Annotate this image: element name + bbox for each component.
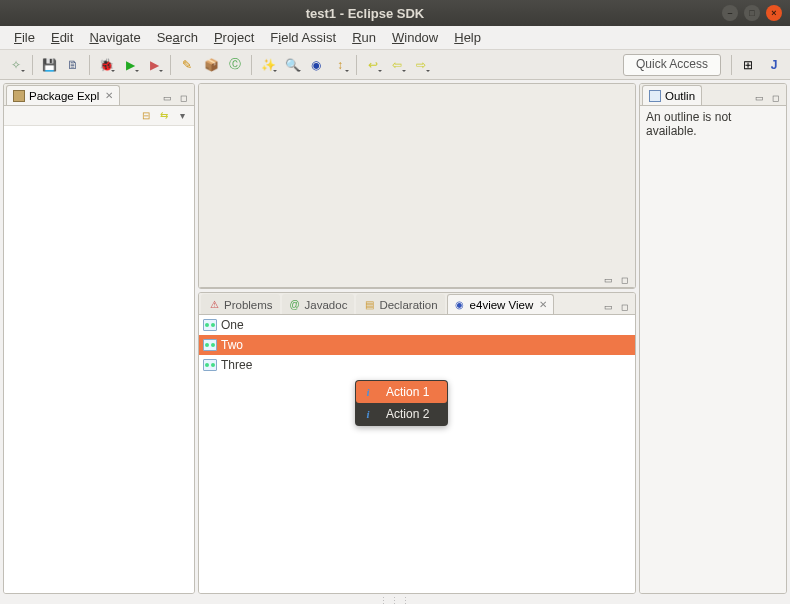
menu-window[interactable]: Window: [384, 28, 446, 47]
list-item-label: Two: [221, 338, 243, 352]
info-icon: i: [362, 386, 374, 398]
tab-label: Outlin: [665, 90, 695, 102]
outline-body: An outline is not available.: [640, 106, 786, 593]
bottom-drag-handle[interactable]: ⋮⋮⋮: [0, 597, 790, 604]
outline-empty-text: An outline is not available.: [646, 110, 731, 138]
open-perspective-button[interactable]: ⊞: [737, 54, 759, 76]
tab-label: Problems: [224, 299, 273, 311]
view-menu-button[interactable]: ▾: [174, 108, 190, 124]
javadoc-icon: @: [289, 299, 301, 311]
toolbar-separator: [89, 55, 90, 75]
outline-view: Outlin ▭ ◻ An outline is not available.: [639, 83, 787, 594]
view-minimize-button[interactable]: ▭: [160, 91, 174, 105]
declaration-icon: ▤: [363, 299, 375, 311]
view-minimize-button[interactable]: ▭: [601, 300, 615, 314]
window-title: test1 - Eclipse SDK: [8, 6, 722, 21]
window-close-button[interactable]: ×: [766, 5, 782, 21]
context-menu-label: Action 1: [386, 385, 429, 399]
open-task-button[interactable]: ✎: [176, 54, 198, 76]
toolbar-separator: [356, 55, 357, 75]
package-explorer-icon: [13, 90, 25, 102]
menu-run[interactable]: Run: [344, 28, 384, 47]
menu-file[interactable]: File: [6, 28, 43, 47]
context-menu-item-action-1[interactable]: i Action 1: [356, 381, 447, 403]
last-edit-button[interactable]: ↩: [362, 54, 384, 76]
node-icon: [203, 339, 217, 351]
view-maximize-button[interactable]: ◻: [617, 273, 631, 287]
menu-help[interactable]: Help: [446, 28, 489, 47]
new-button[interactable]: ✧: [5, 54, 27, 76]
toolbar-separator: [32, 55, 33, 75]
annotate-button[interactable]: ↕: [329, 54, 351, 76]
java-perspective-button[interactable]: J: [763, 54, 785, 76]
collapse-all-button[interactable]: ⊟: [138, 108, 154, 124]
menu-search[interactable]: Search: [149, 28, 206, 47]
tab-e4view[interactable]: ◉ e4view View ✕: [447, 294, 555, 314]
tab-label: Declaration: [379, 299, 437, 311]
e4view-icon: ◉: [454, 299, 466, 311]
outline-icon: [649, 90, 661, 102]
context-menu-label: Action 2: [386, 407, 429, 421]
back-button[interactable]: ⇦: [386, 54, 408, 76]
view-minimize-button[interactable]: ▭: [752, 91, 766, 105]
list-item-label: One: [221, 318, 244, 332]
tab-label: Javadoc: [305, 299, 348, 311]
package-explorer-view: Package Expl ✕ ▭ ◻ ⊟ ⇆ ▾: [3, 83, 195, 594]
view-maximize-button[interactable]: ◻: [176, 91, 190, 105]
tab-package-explorer[interactable]: Package Expl ✕: [6, 85, 120, 105]
bottom-view-stack: ⚠ Problems @ Javadoc ▤ Declaration ◉ e4v…: [198, 292, 636, 594]
toolbar-separator: [170, 55, 171, 75]
workspace: Package Expl ✕ ▭ ◻ ⊟ ⇆ ▾: [0, 80, 790, 597]
view-minimize-button[interactable]: ▭: [601, 273, 615, 287]
tab-problems[interactable]: ⚠ Problems: [201, 294, 280, 314]
window-maximize-button[interactable]: □: [744, 5, 760, 21]
titlebar: test1 - Eclipse SDK – □ ×: [0, 0, 790, 26]
window-minimize-button[interactable]: –: [722, 5, 738, 21]
tab-outline[interactable]: Outlin: [642, 85, 702, 105]
close-icon[interactable]: ✕: [105, 90, 113, 101]
tab-label: e4view View: [470, 299, 534, 311]
window-buttons: – □ ×: [722, 5, 782, 21]
list-item[interactable]: Two: [199, 335, 635, 355]
editor-area: ▭ ◻: [198, 83, 636, 289]
list-item[interactable]: One: [199, 315, 635, 335]
new-class-button[interactable]: Ⓒ: [224, 54, 246, 76]
tab-label: Package Expl: [29, 90, 99, 102]
save-button[interactable]: 💾: [38, 54, 60, 76]
node-icon: [203, 359, 217, 371]
tab-javadoc[interactable]: @ Javadoc: [282, 294, 355, 314]
menu-project[interactable]: Project: [206, 28, 262, 47]
e4view-list[interactable]: One Two Three: [199, 315, 635, 593]
view-maximize-button[interactable]: ◻: [617, 300, 631, 314]
new-package-button[interactable]: 📦: [200, 54, 222, 76]
menu-field-assist[interactable]: Field Assist: [262, 28, 344, 47]
toolbar-separator: [251, 55, 252, 75]
link-editor-button[interactable]: ⇆: [156, 108, 172, 124]
run-button[interactable]: ▶: [119, 54, 141, 76]
debug-button[interactable]: 🐞: [95, 54, 117, 76]
menubar: File Edit Navigate Search Project Field …: [0, 26, 790, 50]
save-all-button[interactable]: 🗎: [62, 54, 84, 76]
list-item[interactable]: Three: [199, 355, 635, 375]
package-explorer-body: [4, 126, 194, 593]
run-last-button[interactable]: ▶: [143, 54, 165, 76]
context-menu-item-action-2[interactable]: i Action 2: [356, 403, 447, 425]
tab-declaration[interactable]: ▤ Declaration: [356, 294, 444, 314]
menu-navigate[interactable]: Navigate: [81, 28, 148, 47]
toggle-breadcrumb-button[interactable]: ◉: [305, 54, 327, 76]
toolbar-separator: [731, 55, 732, 75]
forward-button[interactable]: ⇨: [410, 54, 432, 76]
quick-access-input[interactable]: Quick Access: [623, 54, 721, 76]
search-button[interactable]: 🔍: [281, 54, 303, 76]
context-menu: i Action 1 i Action 2: [355, 380, 448, 426]
open-type-button[interactable]: ✨: [257, 54, 279, 76]
info-icon: i: [362, 408, 374, 420]
node-icon: [203, 319, 217, 331]
problems-icon: ⚠: [208, 299, 220, 311]
view-maximize-button[interactable]: ◻: [768, 91, 782, 105]
menu-edit[interactable]: Edit: [43, 28, 81, 47]
perspective-switcher: ⊞ J: [736, 54, 786, 76]
list-item-label: Three: [221, 358, 252, 372]
toolbar: ✧ 💾 🗎 🐞 ▶ ▶ ✎ 📦 Ⓒ ✨ 🔍 ◉ ↕ ↩ ⇦ ⇨ Quick Ac…: [0, 50, 790, 80]
close-icon[interactable]: ✕: [539, 299, 547, 310]
